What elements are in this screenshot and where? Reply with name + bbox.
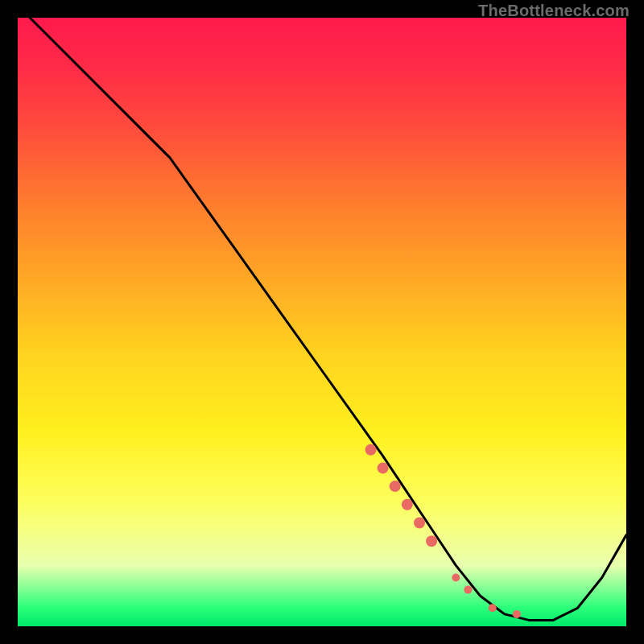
- highlight-dot: [390, 481, 401, 492]
- highlight-dots: [365, 444, 521, 618]
- plot-area: [18, 18, 626, 626]
- chart-frame: TheBottleneck.com: [0, 0, 644, 644]
- highlight-dot: [414, 518, 425, 529]
- highlight-dot: [402, 499, 413, 510]
- highlight-dot: [464, 586, 472, 594]
- highlight-dot: [489, 604, 497, 612]
- curve-line: [30, 18, 626, 620]
- highlight-dot: [452, 574, 460, 582]
- curve-path-group: [30, 18, 626, 620]
- highlight-dot: [513, 610, 521, 618]
- watermark-text: TheBottleneck.com: [478, 2, 630, 20]
- highlight-dot: [426, 535, 437, 547]
- highlight-dot: [365, 444, 377, 456]
- highlight-dot: [378, 462, 389, 473]
- chart-svg: [18, 18, 626, 626]
